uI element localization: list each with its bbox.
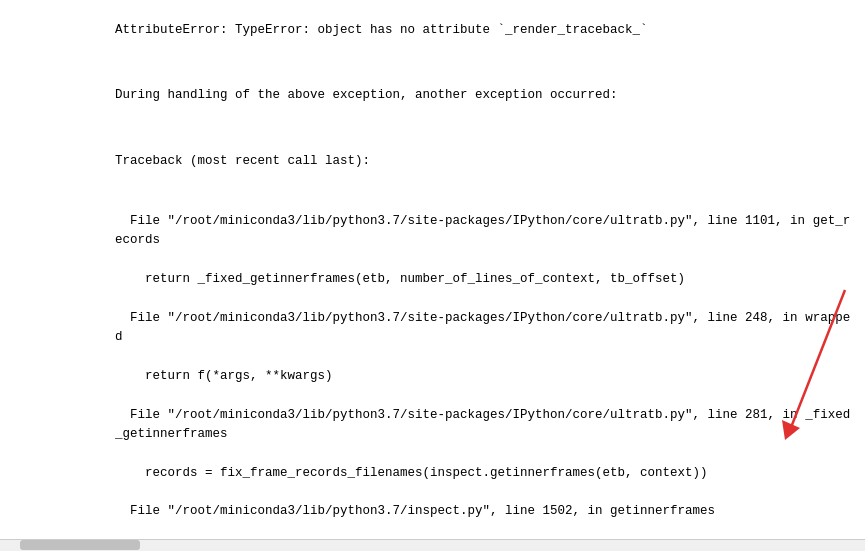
frame-1-code: return f(*args, **kwargs)	[115, 369, 333, 383]
frame-1-file: File "/root/miniconda3/lib/python3.7/sit…	[115, 311, 850, 344]
frame-3-file: File "/root/miniconda3/lib/python3.7/ins…	[115, 504, 715, 518]
bottom-scrollbar[interactable]	[0, 539, 865, 551]
frame-0-code: return _fixed_getinnerframes(etb, number…	[115, 272, 685, 286]
scrollbar-thumb[interactable]	[20, 540, 140, 550]
traceback-frames: File "/root/miniconda3/lib/python3.7/sit…	[0, 192, 865, 551]
notebook-wrapper: AttributeError: TypeError: object has no…	[0, 0, 865, 551]
frame-0-file: File "/root/miniconda3/lib/python3.7/sit…	[115, 214, 850, 247]
output-traceback: AttributeError: TypeError: object has no…	[0, 0, 865, 60]
frame-2-file: File "/root/miniconda3/lib/python3.7/sit…	[115, 408, 850, 441]
during-msg: During handling of the above exception, …	[0, 60, 865, 126]
traceback-label: Traceback (most recent call last):	[0, 126, 865, 192]
attr-error-line: AttributeError: TypeError: object has no…	[115, 23, 648, 37]
frame-2-code: records = fix_frame_records_filenames(in…	[115, 466, 708, 480]
